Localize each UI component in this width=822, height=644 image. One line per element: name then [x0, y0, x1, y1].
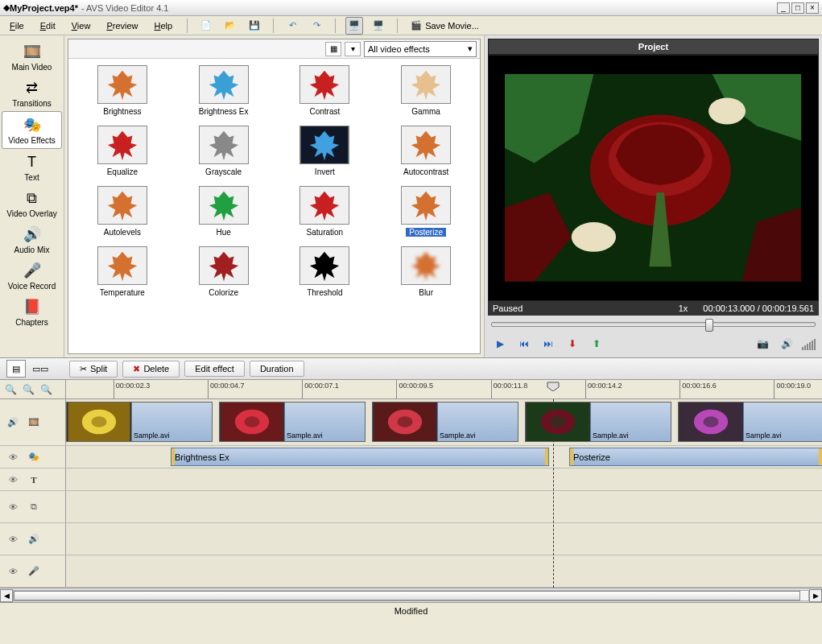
- save-movie-button[interactable]: 🎬 Save Movie...: [407, 19, 482, 32]
- menu-file[interactable]: File: [5, 19, 29, 32]
- effects-filter-dropdown[interactable]: All video effects ▾: [364, 41, 477, 57]
- effect-gamma[interactable]: Gamma: [378, 65, 473, 116]
- view-dropdown-icon[interactable]: ▾: [345, 42, 361, 56]
- overlay-track-icon[interactable]: ⧉: [26, 499, 42, 515]
- menu-edit[interactable]: Edit: [35, 19, 60, 32]
- effect-thumbnail: [97, 65, 147, 104]
- preview-seek-slider[interactable]: [488, 316, 819, 333]
- zoom-out-button[interactable]: 🔍: [21, 382, 35, 397]
- effect-autolevels[interactable]: Autolevels: [75, 186, 170, 237]
- play-button[interactable]: ▶: [491, 336, 509, 352]
- effects-track-icon[interactable]: 🎭: [26, 449, 42, 465]
- scroll-left-button[interactable]: ◀: [0, 589, 13, 602]
- effect-clip[interactable]: Brightness Ex: [171, 448, 549, 466]
- track-audio-icon[interactable]: 🔊: [5, 415, 21, 431]
- effect-brightness[interactable]: Brightness: [75, 65, 170, 116]
- effect-saturation[interactable]: Saturation: [278, 186, 373, 237]
- category-main-video[interactable]: 🎞️Main Video: [0, 39, 64, 75]
- effect-thumbnail: [199, 126, 249, 164]
- timeline-view-button[interactable]: ▤: [6, 360, 26, 378]
- storyboard-view-button[interactable]: ▭▭: [31, 360, 50, 378]
- snapshot-button[interactable]: 📷: [754, 336, 771, 352]
- effect-clip[interactable]: Posterize: [569, 448, 822, 466]
- undo-icon[interactable]: ↶: [283, 17, 301, 35]
- timeline-scrollbar[interactable]: ◀ ▶: [0, 588, 822, 602]
- clip-handle-left[interactable]: [570, 448, 573, 465]
- split-button[interactable]: ✂Split: [69, 361, 118, 378]
- delete-button[interactable]: ✖Delete: [122, 361, 180, 378]
- media-clip[interactable]: Sample.avi: [219, 402, 366, 442]
- video-track-content[interactable]: Sample.avi Sample.avi Sample.avi Sample.…: [66, 399, 822, 445]
- playhead-marker[interactable]: [547, 382, 560, 391]
- menu-view[interactable]: View: [67, 19, 96, 32]
- effect-invert[interactable]: Invert: [278, 126, 373, 176]
- save-icon[interactable]: 💾: [246, 17, 263, 35]
- new-icon[interactable]: 📄: [197, 17, 215, 35]
- preview-status-bar: Paused 1x 00:00:13.000 / 00:00:19.561: [488, 301, 819, 316]
- edit-effect-button[interactable]: Edit effect: [184, 361, 245, 377]
- effect-threshold[interactable]: Threshold: [278, 246, 373, 297]
- next-frame-button[interactable]: ⏭: [539, 336, 557, 352]
- effects-track-content[interactable]: Brightness Ex Posterize: [66, 446, 822, 468]
- voice-track-icon[interactable]: 🎤: [26, 564, 42, 580]
- category-chapters[interactable]: 📕Chapters: [0, 294, 64, 330]
- eye-icon[interactable]: 👁: [5, 531, 21, 547]
- voice-track-content[interactable]: [66, 555, 822, 587]
- thumbnail-view-icon[interactable]: ▦: [325, 42, 341, 56]
- media-clip[interactable]: Sample.avi: [66, 402, 213, 442]
- effect-equalize[interactable]: Equalize: [75, 126, 170, 176]
- audio-track-content[interactable]: [66, 523, 822, 555]
- redo-icon[interactable]: ↷: [308, 17, 325, 35]
- effect-grayscale[interactable]: Grayscale: [176, 126, 271, 176]
- audio-track-icon[interactable]: 🔊: [26, 531, 42, 547]
- mark-out-button[interactable]: ⬆: [588, 336, 605, 352]
- text-track-content[interactable]: [66, 469, 822, 490]
- open-icon[interactable]: 📂: [221, 17, 239, 35]
- clip-handle-right[interactable]: [545, 448, 548, 465]
- media-clip[interactable]: Sample.avi: [372, 402, 518, 442]
- category-audio-mix[interactable]: 🔊Audio Mix: [0, 221, 64, 258]
- monitor-1-icon[interactable]: 🖥️: [345, 17, 363, 35]
- zoom-fit-button[interactable]: 🔍: [3, 382, 18, 397]
- media-clip[interactable]: Sample.avi: [678, 402, 822, 442]
- text-track-icon[interactable]: T: [26, 472, 42, 488]
- effect-blur[interactable]: Blur: [378, 246, 473, 297]
- effect-brightness-ex[interactable]: Brightness Ex: [176, 65, 271, 116]
- svg-point-19: [572, 222, 616, 252]
- volume-button[interactable]: 🔊: [778, 336, 795, 352]
- effect-autocontrast[interactable]: Autocontrast: [378, 126, 473, 176]
- category-video-effects[interactable]: 🎭Video Effects: [2, 111, 62, 149]
- prev-frame-button[interactable]: ⏮: [515, 336, 533, 352]
- eye-icon[interactable]: 👁: [5, 499, 21, 515]
- clip-handle-right[interactable]: [819, 448, 822, 465]
- maximize-button[interactable]: □: [791, 2, 804, 14]
- duration-button[interactable]: Duration: [250, 361, 304, 377]
- category-video-overlay[interactable]: ⧉Video Overlay: [0, 185, 64, 221]
- zoom-in-button[interactable]: 🔍: [39, 382, 53, 397]
- volume-meter[interactable]: [802, 337, 816, 350]
- clip-handle-left[interactable]: [171, 448, 175, 465]
- timeline-ruler[interactable]: 00:00:02.300:00:04.700:00:07.100:00:09.5…: [66, 380, 822, 398]
- effect-colorize[interactable]: Colorize: [176, 246, 271, 297]
- overlay-track: 👁 ⧉: [0, 491, 822, 523]
- effect-posterize[interactable]: Posterize: [378, 186, 473, 237]
- eye-icon[interactable]: 👁: [5, 564, 21, 580]
- track-video-icon[interactable]: 🎞️: [26, 415, 42, 431]
- close-button[interactable]: ×: [806, 2, 819, 14]
- media-clip[interactable]: Sample.avi: [525, 402, 671, 442]
- effect-hue[interactable]: Hue: [176, 186, 271, 237]
- menu-help[interactable]: Help: [150, 19, 178, 32]
- effect-temperature[interactable]: Temperature: [75, 246, 170, 297]
- category-text[interactable]: TText: [0, 149, 64, 185]
- category-transitions[interactable]: ⇄Transitions: [0, 75, 64, 111]
- category-voice-record[interactable]: 🎤Voice Record: [0, 258, 64, 294]
- effect-contrast[interactable]: Contrast: [278, 65, 373, 116]
- eye-icon[interactable]: 👁: [5, 472, 21, 488]
- overlay-track-content[interactable]: [66, 491, 822, 522]
- mark-in-button[interactable]: ⬇: [564, 336, 581, 352]
- menu-preview[interactable]: Preview: [101, 19, 143, 32]
- minimize-button[interactable]: _: [777, 2, 790, 14]
- scroll-right-button[interactable]: ▶: [809, 589, 822, 602]
- eye-icon[interactable]: 👁: [5, 449, 21, 465]
- monitor-2-icon[interactable]: 🖥️: [370, 17, 387, 35]
